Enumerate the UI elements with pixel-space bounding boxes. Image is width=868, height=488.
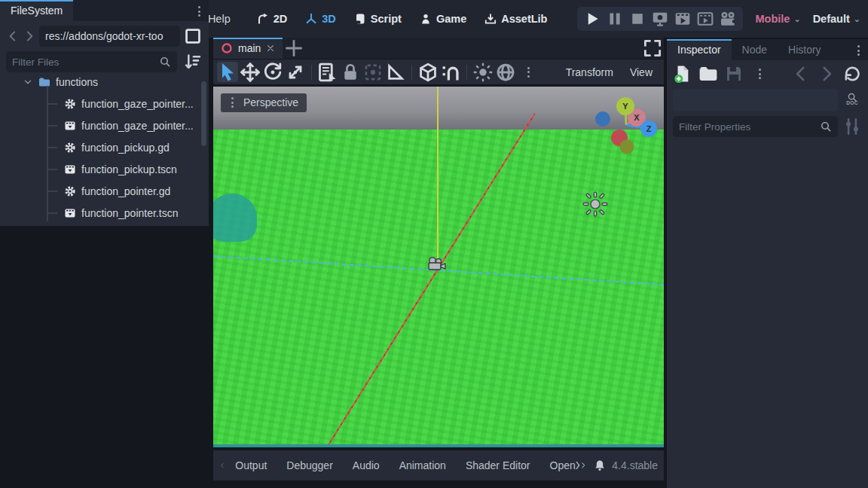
preview-environment-button[interactable]: [495, 62, 516, 82]
y-axis-label: Y: [622, 102, 628, 111]
file-row[interactable]: functions: [0, 77, 209, 93]
play-scene-button[interactable]: [674, 10, 692, 28]
filesystem-dock-menu-button[interactable]: [189, 2, 209, 21]
file-row[interactable]: function_pickup.tscn: [0, 158, 209, 180]
tab-history[interactable]: History: [778, 39, 832, 60]
inspector-toolbar: [667, 60, 868, 87]
workspace-2d[interactable]: 2D: [249, 8, 295, 29]
workspace-3d[interactable]: 3D: [298, 8, 344, 29]
tab-inspector[interactable]: Inspector: [667, 39, 732, 60]
preview-options-button[interactable]: [518, 62, 539, 82]
workspace-script[interactable]: Script: [347, 8, 409, 29]
inspector-dock: Inspector Node History DOC: [667, 39, 868, 488]
filesystem-dock-tabs: FileSystem: [0, 0, 209, 21]
chevron-down-icon: ⌄: [854, 14, 860, 24]
open-docs-button[interactable]: DOC: [842, 89, 862, 108]
folder-icon: [38, 77, 50, 88]
transform-menu[interactable]: Transform: [558, 66, 621, 78]
tree-guide-line: [47, 86, 48, 221]
view-menu[interactable]: View: [622, 66, 660, 78]
preview-sun-button[interactable]: [472, 62, 494, 82]
history-forward-button[interactable]: [817, 64, 836, 84]
workspace-assetlib[interactable]: AssetLib: [477, 8, 555, 29]
chevron-down-icon[interactable]: [23, 77, 33, 88]
move-tool-button[interactable]: [240, 62, 261, 82]
tree-guide-tick: [48, 125, 57, 127]
select-tool-button[interactable]: [217, 62, 238, 82]
resource-menu-button[interactable]: [750, 64, 769, 84]
remote-button[interactable]: [651, 10, 669, 28]
renderer-dropdown[interactable]: Mobile ⌄: [755, 13, 800, 25]
new-scene-tab-button[interactable]: [283, 38, 305, 59]
notification-bell-icon[interactable]: [589, 459, 610, 471]
inspector-dock-menu-button[interactable]: [848, 41, 868, 60]
file-row[interactable]: function_pointer.tscn: [0, 202, 209, 224]
expand-viewport-button[interactable]: [641, 38, 664, 59]
chevron-down-icon: ⌄: [793, 14, 800, 24]
scale-tool-button[interactable]: [285, 62, 306, 82]
z-axis-label: Z: [646, 124, 652, 133]
tree-guide-tick: [48, 169, 57, 170]
bottom-panel-output[interactable]: Output: [225, 459, 277, 471]
file-sort-button[interactable]: [183, 52, 203, 72]
history-back-button[interactable]: [791, 64, 811, 84]
file-row[interactable]: function_gaze_pointer...: [0, 93, 209, 114]
tab-filesystem[interactable]: FileSystem: [0, 0, 73, 21]
new-resource-button[interactable]: [673, 64, 692, 84]
bottom-panel-animation[interactable]: Animation: [390, 459, 456, 471]
nav-forward-button[interactable]: [23, 29, 36, 43]
play-button[interactable]: [583, 10, 601, 28]
neg-z-ball: [595, 111, 610, 127]
edit-history-button[interactable]: [842, 64, 862, 84]
movie-button[interactable]: [719, 10, 737, 28]
perspective-menu[interactable]: Perspective: [221, 93, 307, 112]
load-resource-button[interactable]: [698, 64, 718, 84]
stop-button[interactable]: [628, 10, 646, 28]
group-button[interactable]: [362, 62, 384, 82]
property-tools-button[interactable]: [842, 117, 862, 136]
toggle-split-mode-button[interactable]: [183, 26, 203, 46]
workspace-label: 3D: [322, 13, 336, 25]
bottom-panel-audio[interactable]: Audio: [343, 459, 390, 471]
workspace-switcher: 2D 3D Script Game AssetLib: [249, 8, 555, 29]
bottom-panel-debugger[interactable]: Debugger: [277, 459, 343, 471]
bottom-panel-shader-editor[interactable]: Shader Editor: [456, 459, 540, 471]
panels-scroll-left-button[interactable]: [219, 462, 225, 468]
directional-light-gizmo[interactable]: [582, 191, 609, 218]
camera-gizmo[interactable]: [426, 256, 448, 273]
file-filter-input[interactable]: [12, 56, 159, 68]
ruler-button[interactable]: [385, 62, 406, 82]
file-row[interactable]: function_pickup.gd: [0, 136, 209, 158]
scene-tab-main[interactable]: main: [213, 38, 283, 59]
filesystem-vscrollbar[interactable]: [201, 81, 206, 146]
property-filter-input[interactable]: [679, 121, 820, 133]
nav-back-button[interactable]: [6, 29, 20, 43]
snap-toggle-button[interactable]: [440, 62, 461, 82]
local-space-button[interactable]: [417, 62, 439, 82]
viewport-3d[interactable]: X Y Z Perspective: [213, 87, 664, 447]
current-path-input[interactable]: [45, 30, 174, 42]
toolbar-separator: [466, 65, 467, 80]
tab-label: Node: [742, 44, 767, 56]
save-resource-button[interactable]: [724, 64, 744, 84]
profile-dropdown[interactable]: Default ⌄: [813, 13, 860, 25]
list-select-tool-button[interactable]: [317, 62, 338, 82]
file-row[interactable]: function_pointer.gd: [0, 180, 209, 202]
close-icon[interactable]: [266, 44, 275, 53]
scene-file-icon: [64, 163, 76, 175]
workspace-game[interactable]: Game: [412, 8, 474, 29]
godot-scene-icon: [221, 42, 233, 54]
filesystem-navbar: [0, 21, 209, 50]
view-axes-gizmo[interactable]: X Y Z: [581, 90, 664, 165]
renderer-label: Mobile: [755, 13, 790, 25]
panels-scroll-right-button[interactable]: [579, 462, 587, 469]
file-row[interactable]: function_gaze_pointer...: [0, 114, 209, 136]
pause-button[interactable]: [606, 10, 624, 28]
property-filter-box: [673, 116, 838, 137]
tab-node[interactable]: Node: [732, 39, 778, 60]
rotate-tool-button[interactable]: [262, 62, 283, 82]
play-custom-button[interactable]: [696, 10, 714, 28]
lock-button[interactable]: [340, 62, 361, 82]
bottom-panel-openx[interactable]: OpenX: [540, 459, 579, 471]
scene-tab-label: main: [238, 42, 261, 54]
